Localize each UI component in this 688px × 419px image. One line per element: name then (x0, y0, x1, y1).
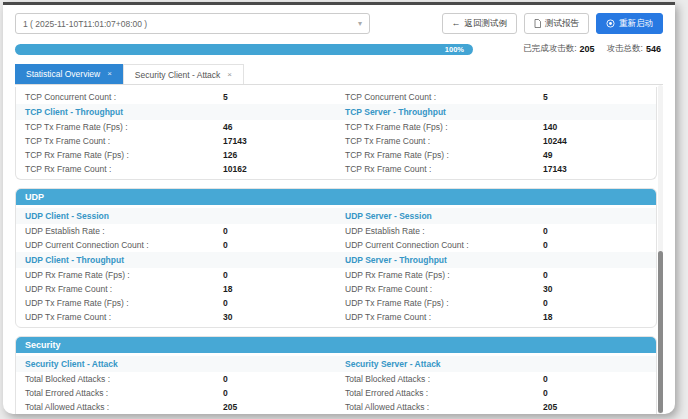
stat-value: 0 (543, 240, 548, 250)
test-report-button[interactable]: 测试报告 (524, 13, 589, 34)
stat-row: Total Errored Attacks :0 (16, 386, 336, 400)
stat-value: 126 (223, 150, 237, 160)
section-header: Security (16, 337, 656, 353)
section-header: UDP (16, 189, 656, 205)
subsection-title: UDP Server - Throughput (336, 252, 656, 268)
total-attacks-value: 546 (646, 44, 661, 54)
restart-icon (606, 19, 615, 28)
subsection-title: UDP Client - Throughput (16, 252, 336, 268)
stat-value: 205 (543, 402, 557, 412)
subsection-title: Security Server - Attack (336, 356, 656, 372)
toolbar: 1 ( 2025-11-10T11:01:07+08:00 ) ▾ ← 返回测试… (15, 13, 663, 34)
back-arrow-icon: ← (452, 19, 461, 28)
stat-label: Total Blocked Attacks : (345, 374, 543, 384)
stat-column-right: Security Server - AttackTotal Blocked At… (336, 353, 656, 414)
stat-column-right: UDP Server - SessionUDP Establish Rate :… (336, 205, 656, 327)
report-button-label: 测试报告 (545, 18, 579, 30)
stat-label: TCP Rx Frame Count : (345, 164, 543, 174)
tab-label: Statistical Overview (26, 69, 100, 79)
stat-row: TCP Tx Frame Count :17143 (16, 134, 336, 148)
stat-row: TCP Tx Frame Rate (Fps) :46 (16, 120, 336, 134)
stat-label: UDP Rx Frame Count : (25, 284, 223, 294)
stat-row: UDP Tx Frame Rate (Fps) :0 (336, 296, 656, 310)
stat-value: 0 (543, 388, 548, 398)
stat-row: UDP Rx Frame Count :30 (336, 282, 656, 296)
stat-value: 17143 (223, 136, 247, 146)
stat-label: UDP Rx Frame Rate (Fps) : (345, 270, 543, 280)
stat-row: Total Blocked Attacks :0 (336, 372, 656, 386)
stat-value: 0 (223, 388, 228, 398)
stat-column-left: TCP Concurrent Count :5TCP Client - Thro… (16, 87, 336, 179)
attack-status: 已完成攻击数: 205 攻击总数: 546 (523, 43, 663, 55)
stat-value: 0 (223, 374, 228, 384)
stat-value: 10244 (543, 136, 567, 146)
progress-row: 100% 已完成攻击数: 205 攻击总数: 546 (15, 43, 663, 55)
stat-label: UDP Tx Frame Rate (Fps) : (345, 298, 543, 308)
tab-close-icon[interactable]: × (227, 71, 232, 79)
stat-label: TCP Tx Frame Rate (Fps) : (345, 122, 543, 132)
tab-security-client-attack[interactable]: Security Client - Attack × (123, 64, 244, 84)
stat-row: TCP Concurrent Count :5 (336, 90, 656, 104)
stat-row: Total Blocked Attacks :0 (16, 372, 336, 386)
subsection-title: Security Client - Attack (16, 356, 336, 372)
completed-attacks-label: 已完成攻击数: (523, 43, 576, 55)
back-to-testcase-button[interactable]: ← 返回测试例 (442, 13, 518, 34)
stat-row: Total Allowed Attacks :205 (336, 400, 656, 414)
tab-label: Security Client - Attack (135, 70, 221, 80)
stat-label: Total Errored Attacks : (25, 388, 223, 398)
completed-attacks-value: 205 (580, 44, 595, 54)
progress-bar: 100% (15, 44, 473, 55)
stat-row: Total Errored Attacks :0 (336, 386, 656, 400)
content-sections: TCP Concurrent Count :5TCP Client - Thro… (15, 87, 657, 414)
toolbar-buttons: ← 返回测试例 测试报告 重新启动 (442, 13, 664, 34)
stat-value: 0 (543, 374, 548, 384)
content-scrollbar-track[interactable] (658, 85, 663, 414)
stat-label: UDP Current Connection Count : (25, 240, 223, 250)
section-card-security: SecuritySecurity Client - AttackTotal Bl… (15, 336, 657, 414)
tab-bar: Statistical Overview × Security Client -… (15, 64, 663, 85)
stat-label: TCP Rx Frame Count : (25, 164, 223, 174)
tab-close-icon[interactable]: × (107, 70, 112, 78)
stat-row: TCP Rx Frame Count :10162 (16, 162, 336, 176)
stat-row: UDP Tx Frame Count :18 (336, 310, 656, 324)
section-card-udp: UDPUDP Client - SessionUDP Establish Rat… (15, 188, 657, 328)
stat-label: UDP Tx Frame Rate (Fps) : (25, 298, 223, 308)
section-columns: TCP Concurrent Count :5TCP Client - Thro… (16, 87, 656, 179)
stat-row: Total Allowed Attacks :205 (16, 400, 336, 414)
stat-row: UDP Current Connection Count :0 (336, 238, 656, 252)
stat-label: Total Blocked Attacks : (25, 374, 223, 384)
stat-value: 5 (543, 92, 548, 102)
section-card-top: TCP Concurrent Count :5TCP Client - Thro… (15, 87, 657, 180)
stat-column-left: UDP Client - SessionUDP Establish Rate :… (16, 205, 336, 327)
stat-value: 0 (543, 298, 548, 308)
subsection-title: UDP Server - Session (336, 208, 656, 224)
stat-value: 17143 (543, 164, 567, 174)
stat-row: UDP Tx Frame Count :30 (16, 310, 336, 324)
iteration-select[interactable]: 1 ( 2025-11-10T11:01:07+08:00 ) ▾ (15, 13, 370, 34)
stat-label: TCP Tx Frame Count : (25, 136, 223, 146)
content-scrollbar-thumb[interactable] (658, 251, 663, 413)
stat-row: UDP Rx Frame Count :18 (16, 282, 336, 296)
stat-value: 0 (223, 240, 228, 250)
stat-value: 0 (223, 298, 228, 308)
stat-column-right: TCP Concurrent Count :5TCP Server - Thro… (336, 87, 656, 179)
stat-label: Total Allowed Attacks : (25, 402, 223, 412)
stat-row: TCP Concurrent Count :5 (16, 90, 336, 104)
stat-column-left: Security Client - AttackTotal Blocked At… (16, 353, 336, 414)
back-button-label: 返回测试例 (465, 18, 508, 30)
stat-label: UDP Rx Frame Count : (345, 284, 543, 294)
stat-label: UDP Establish Rate : (345, 226, 543, 236)
stat-label: Total Allowed Attacks : (345, 402, 543, 412)
stat-row: TCP Tx Frame Rate (Fps) :140 (336, 120, 656, 134)
section-columns: Security Client - AttackTotal Blocked At… (16, 353, 656, 414)
stat-value: 18 (543, 312, 552, 322)
stat-label: TCP Rx Frame Rate (Fps) : (345, 150, 543, 160)
stat-row: TCP Rx Frame Rate (Fps) :49 (336, 148, 656, 162)
stat-row: TCP Tx Frame Count :10244 (336, 134, 656, 148)
stat-row: TCP Rx Frame Count :17143 (336, 162, 656, 176)
stat-label: TCP Tx Frame Rate (Fps) : (25, 122, 223, 132)
stat-value: 18 (223, 284, 232, 294)
restart-button[interactable]: 重新启动 (596, 13, 663, 34)
tab-statistical-overview[interactable]: Statistical Overview × (15, 64, 123, 84)
page-background: 1 ( 2025-11-10T11:01:07+08:00 ) ▾ ← 返回测试… (0, 0, 688, 419)
